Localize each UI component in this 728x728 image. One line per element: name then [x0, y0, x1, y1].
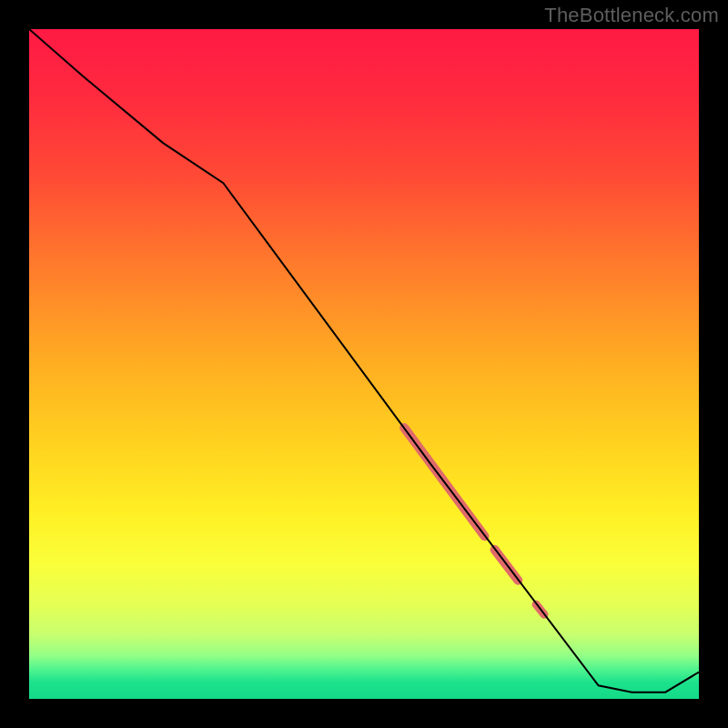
curve-overlay: [29, 29, 699, 699]
watermark-text: TheBottleneck.com: [544, 4, 719, 27]
chart-frame: TheBottleneck.com: [0, 0, 728, 728]
plot-area: [29, 29, 699, 699]
